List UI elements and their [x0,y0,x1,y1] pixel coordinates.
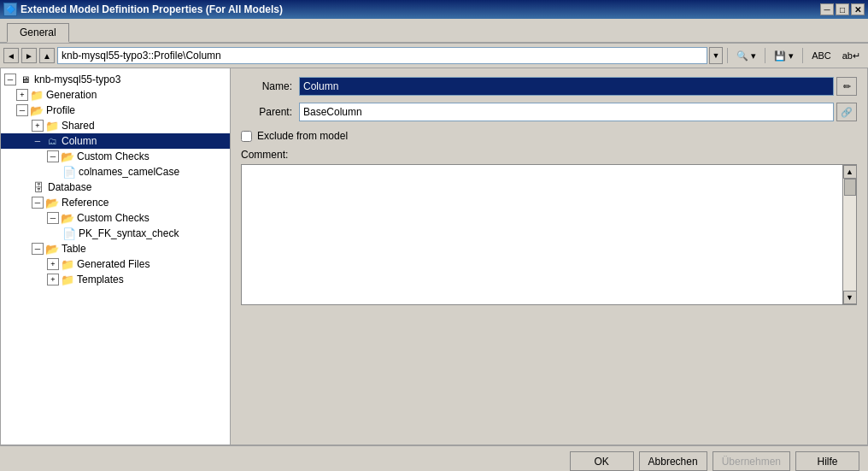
apply-button[interactable]: Übernehmen [713,451,790,471]
profile-label: Profile [46,104,75,116]
abc2-button[interactable]: ab↵ [838,46,865,65]
parent-input[interactable] [299,103,834,121]
tree-item-custom-checks-2[interactable]: ─ 📂 Custom Checks [1,210,230,226]
scroll-track [843,179,856,291]
scroll-thumb[interactable] [844,179,856,196]
colnames-label: colnames_camelCase [79,166,179,178]
tree-panel: ─ 🖥 knb-mysql55-typo3 + 📁 Generation ─ 📂… [0,68,231,445]
pk-fk-label: PK_FK_syntax_check [79,227,179,239]
scroll-up-button[interactable]: ▲ [843,165,857,179]
custom-checks-1-expander[interactable]: ─ [47,150,59,162]
tree-item-custom-checks-1[interactable]: ─ 📂 Custom Checks [1,149,230,164]
tree-item-generation[interactable]: + 📁 Generation [1,87,230,103]
scroll-down-button[interactable]: ▼ [843,291,857,304]
close-button[interactable]: ✕ [851,3,865,15]
custom-checks-1-label: Custom Checks [77,150,150,162]
table-icon: 📂 [45,243,59,255]
separator-3 [802,48,803,63]
tree-item-database[interactable]: 🗄 Database [1,180,230,195]
custom-checks-2-label: Custom Checks [77,212,150,224]
generation-expander[interactable]: + [16,89,28,101]
tree-item-reference[interactable]: ─ 📂 Reference [1,195,230,210]
generated-files-expander[interactable]: + [47,258,59,270]
abc-button[interactable]: ABC [807,46,836,65]
database-label: Database [48,181,91,193]
table-label: Table [62,243,86,255]
profile-expander[interactable]: ─ [16,104,28,116]
name-row: Name: ✏ [241,77,857,96]
shared-expander[interactable]: + [32,120,44,132]
tree-root[interactable]: ─ 🖥 knb-mysql55-typo3 [1,72,230,87]
profile-icon: 📂 [30,104,44,116]
exclude-label: Exclude from model [257,130,348,142]
window-title: Extended Model Definition Properties (Fo… [21,3,283,15]
tree-item-table[interactable]: ─ 📂 Table [1,241,230,256]
main-content: ─ 🖥 knb-mysql55-typo3 + 📁 Generation ─ 📂… [0,68,868,445]
comment-container: ▲ ▼ [241,164,857,305]
path-dropdown-button[interactable]: ▼ [709,47,723,64]
templates-expander[interactable]: + [47,274,59,286]
tree-item-pk-fk[interactable]: 📄 PK_FK_syntax_check [1,226,230,241]
toolbar: ◄ ► ▲ ▼ 🔍 ▾ 💾 ▾ ABC ab↵ [0,44,868,68]
exclude-row: Exclude from model [241,130,857,142]
scrollbar-vertical: ▲ ▼ [842,165,856,304]
bottom-bar: OK Abbrechen Übernehmen Hilfe [0,445,868,471]
custom-checks-2-icon: 📂 [61,212,74,224]
shared-icon: 📁 [45,120,59,132]
reference-icon: 📂 [45,197,59,209]
path-input[interactable] [57,47,707,64]
column-expander[interactable]: ─ [32,135,44,147]
minimize-button[interactable]: ─ [820,3,834,15]
tree-item-templates[interactable]: + 📁 Templates [1,272,230,287]
tree-item-shared[interactable]: + 📁 Shared [1,118,230,133]
name-label: Name: [241,80,292,92]
generation-icon: 📁 [30,89,44,101]
separator-1 [727,48,728,63]
root-label: knb-mysql55-typo3 [34,74,120,85]
reference-label: Reference [62,197,108,209]
tree-item-colnames[interactable]: 📄 colnames_camelCase [1,164,230,180]
cancel-button[interactable]: Abbrechen [639,451,707,471]
column-label: Column [62,135,97,147]
save-button[interactable]: 💾 ▾ [770,46,798,65]
comment-textarea[interactable] [242,165,842,304]
pk-fk-icon: 📄 [62,227,76,239]
root-expander[interactable]: ─ [4,74,16,85]
name-input[interactable] [299,77,834,96]
parent-label: Parent: [241,106,292,118]
colnames-icon: 📄 [62,166,76,178]
custom-checks-1-icon: 📂 [61,150,74,162]
reference-expander[interactable]: ─ [32,197,44,209]
up-button[interactable]: ▲ [39,48,55,63]
app-icon: 🔷 [3,3,17,16]
tab-general[interactable]: General [7,23,69,43]
name-edit-button[interactable]: ✏ [836,77,857,96]
comment-label: Comment: [241,149,857,161]
tree-item-profile[interactable]: ─ 📂 Profile [1,103,230,118]
back-button[interactable]: ◄ [3,48,19,63]
parent-row: Parent: 🔗 [241,103,857,121]
help-button[interactable]: Hilfe [795,451,859,471]
custom-checks-2-expander[interactable]: ─ [47,212,59,224]
column-icon: 🗂 [45,135,59,147]
search-button[interactable]: 🔍 ▾ [732,46,760,65]
exclude-checkbox[interactable] [241,131,252,142]
table-expander[interactable]: ─ [32,243,44,255]
database-icon: 🗄 [32,181,45,193]
templates-label: Templates [77,274,124,286]
path-container: ▼ [57,47,723,64]
shared-label: Shared [62,120,95,132]
root-icon: 🖥 [18,74,32,85]
parent-edit-button[interactable]: 🔗 [836,103,857,121]
forward-button[interactable]: ► [21,48,37,63]
tree-item-column[interactable]: ─ 🗂 Column [1,133,230,149]
generated-files-label: Generated Files [77,258,150,270]
generated-files-icon: 📁 [61,258,74,270]
templates-icon: 📁 [61,274,74,286]
ok-button[interactable]: OK [570,451,634,471]
generation-label: Generation [46,89,97,101]
tab-bar: General [0,19,868,44]
right-panel: Name: ✏ Parent: 🔗 Exclude from model Com… [231,68,868,445]
maximize-button[interactable]: □ [836,3,849,15]
tree-item-generated-files[interactable]: + 📁 Generated Files [1,256,230,272]
